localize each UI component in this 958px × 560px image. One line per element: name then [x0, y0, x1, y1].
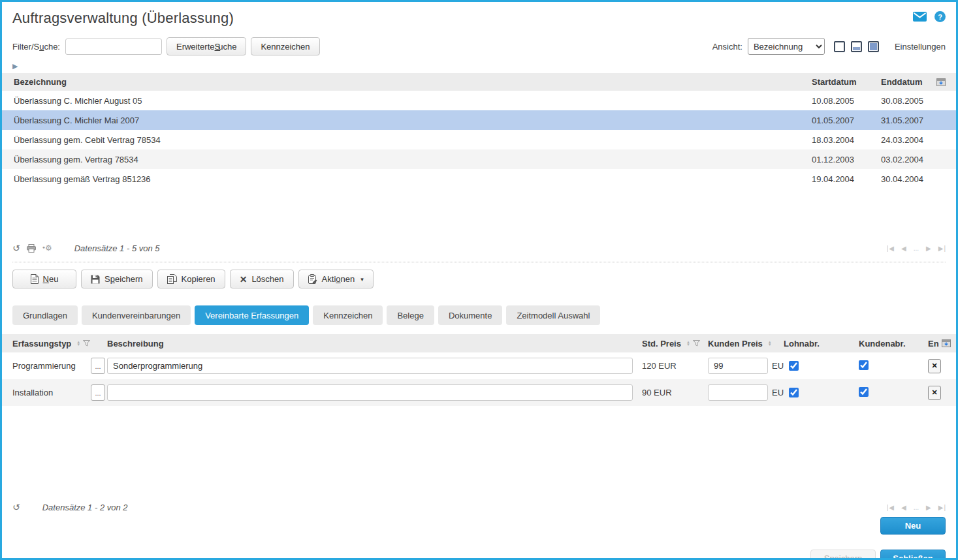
- pagination-prev-icon[interactable]: ◀: [901, 245, 906, 252]
- lohnabr-checkbox[interactable]: [789, 361, 799, 371]
- pagination-last-icon[interactable]: ▶: [938, 245, 946, 252]
- loeschen-button[interactable]: ✕ Löschen: [230, 270, 294, 288]
- column-settings-icon[interactable]: [942, 339, 951, 347]
- panel-expander-icon[interactable]: ▶: [12, 62, 956, 70]
- lookup-button[interactable]: ...: [91, 358, 105, 374]
- erfassung-row: Programmierung ... 120 EUR EU ✕: [2, 352, 956, 379]
- lookup-button[interactable]: ...: [91, 384, 105, 401]
- cell-bezeichnung: Überlassung C. Michler August 05: [2, 96, 800, 106]
- kunden-preis-input[interactable]: [708, 358, 768, 374]
- tab-vereinbarte-erfassungen[interactable]: Vereinbarte Erfassungen: [195, 305, 309, 325]
- delete-x-icon: ✕: [240, 274, 247, 285]
- beschreibung-input[interactable]: [107, 358, 633, 374]
- pagination-ellipsis: ...: [914, 245, 919, 252]
- table-row[interactable]: Überlassung C. Michler Mai 2007 01.05.20…: [2, 110, 956, 130]
- help-icon[interactable]: ?: [934, 11, 946, 22]
- save-icon: [91, 275, 100, 284]
- erweiterte-suche-button[interactable]: Erweiterte Suche: [167, 37, 246, 55]
- pagination-first-icon[interactable]: ◀: [887, 504, 894, 511]
- pagination-next-icon[interactable]: ▶: [926, 504, 931, 511]
- cell-startdatum: 18.03.2004: [800, 135, 869, 145]
- cell-bezeichnung: Überlassung C. Michler Mai 2007: [2, 116, 800, 125]
- kennzeichen-button[interactable]: Kennzeichen: [251, 37, 319, 55]
- cell-bezeichnung: Überlassung gem. Cebit Vertrag 78534: [2, 135, 800, 145]
- mail-icon[interactable]: [913, 12, 927, 22]
- cell-startdatum: 01.05.2007: [800, 116, 869, 125]
- pagination-next-icon[interactable]: ▶: [926, 245, 931, 252]
- filter-funnel-icon[interactable]: [693, 340, 700, 347]
- column-header-bezeichnung[interactable]: Bezeichnung: [2, 77, 800, 87]
- lohnabr-checkbox[interactable]: [789, 388, 799, 397]
- view-split-icon[interactable]: [851, 41, 862, 52]
- table-row[interactable]: Überlassung C. Michler August 05 10.08.2…: [2, 91, 956, 110]
- chevron-down-icon: ▾: [360, 276, 364, 283]
- column-header-en[interactable]: En: [928, 339, 946, 349]
- table-row[interactable]: Überlassung gem. Cebit Vertrag 78534 18.…: [2, 130, 956, 149]
- cell-bezeichnung: Überlassung gem. Vertrag 78534: [2, 155, 800, 164]
- pagination-prev-icon[interactable]: ◀: [901, 504, 906, 511]
- sort-desc-icon[interactable]: ▼: [76, 343, 80, 347]
- aktionen-button[interactable]: Aktionen ▾: [298, 270, 374, 288]
- search-input[interactable]: [65, 39, 162, 55]
- print-icon[interactable]: [27, 244, 36, 253]
- orders-table-header: Bezeichnung Startdatum Enddatum: [2, 73, 956, 91]
- cell-std-preis: 120 EUR: [642, 361, 708, 371]
- remove-row-button[interactable]: ✕: [928, 386, 941, 400]
- pagination-last-icon[interactable]: ▶: [938, 504, 946, 511]
- kundenabr-checkbox[interactable]: [859, 387, 869, 397]
- tab-kundenvereinbarungen[interactable]: Kundenvereinbarungen: [82, 305, 191, 325]
- export-settings-icon[interactable]: ●⚙: [42, 244, 52, 252]
- tab-belege[interactable]: Belege: [387, 305, 434, 325]
- cell-startdatum: 01.12.2003: [800, 155, 869, 164]
- column-header-std-preis[interactable]: Std. Preis ▲▼: [642, 339, 708, 349]
- column-header-kunden-preis[interactable]: Kunden Preis ▲▼: [708, 339, 772, 349]
- speichern-bottom-button[interactable]: Speichern: [810, 550, 876, 560]
- cell-bezeichnung: Überlassung gemäß Vertrag 851236: [2, 174, 800, 184]
- pagination-ellipsis: ...: [914, 504, 919, 511]
- kunden-preis-input[interactable]: [708, 384, 768, 401]
- refresh-icon[interactable]: ↺: [12, 503, 20, 512]
- kopieren-button[interactable]: Kopieren: [157, 270, 225, 288]
- refresh-icon[interactable]: ↺: [12, 243, 20, 253]
- column-header-kundenabr[interactable]: Kundenabr.: [859, 339, 928, 349]
- ansicht-select[interactable]: Bezeichnung: [748, 38, 825, 55]
- cell-startdatum: 10.08.2005: [800, 96, 869, 106]
- records-count: Datensätze 1 - 5 von 5: [74, 243, 160, 253]
- column-header-beschreibung[interactable]: Beschreibung: [107, 339, 642, 349]
- speichern-button[interactable]: Speichern: [81, 270, 153, 288]
- neu-erfassung-button[interactable]: Neu: [880, 517, 946, 535]
- table-row[interactable]: Überlassung gem. Vertrag 78534 01.12.200…: [2, 149, 956, 169]
- cell-erfassungstyp: Installation: [12, 388, 91, 397]
- cell-startdatum: 19.04.2004: [800, 174, 869, 184]
- schliessen-button[interactable]: Schließen: [880, 550, 946, 560]
- filter-funnel-icon[interactable]: [83, 340, 90, 347]
- cell-enddatum: 31.05.2007: [869, 116, 931, 125]
- column-header-enddatum[interactable]: Enddatum: [869, 77, 931, 87]
- column-header-lohnabr[interactable]: Lohnabr.: [772, 339, 859, 349]
- column-header-erfassungstyp[interactable]: Erfassungstyp ▲▼: [12, 339, 91, 349]
- pagination: ◀ ◀ ... ▶ ▶: [887, 245, 946, 252]
- tab-grundlagen[interactable]: Grundlagen: [12, 305, 78, 325]
- tab-kennzeichen[interactable]: Kennzeichen: [313, 305, 383, 325]
- currency-label: EU: [772, 361, 784, 371]
- view-detail-icon[interactable]: [868, 41, 879, 52]
- cell-enddatum: 30.08.2005: [869, 96, 931, 106]
- column-header-startdatum[interactable]: Startdatum: [800, 77, 869, 87]
- toolbar: Neu Speichern Kopieren ✕ Löschen Aktione…: [2, 262, 956, 288]
- pagination: ◀ ◀ ... ▶ ▶: [887, 504, 946, 511]
- table-row[interactable]: Überlassung gemäß Vertrag 851236 19.04.2…: [2, 169, 956, 189]
- column-settings-icon[interactable]: [931, 78, 956, 86]
- currency-label: EU: [772, 388, 784, 397]
- view-list-icon[interactable]: [834, 41, 845, 52]
- tab-bar: Grundlagen Kundenvereinbarungen Vereinba…: [2, 288, 956, 325]
- pagination-first-icon[interactable]: ◀: [887, 245, 894, 252]
- erfassungen-table-header: Erfassungstyp ▲▼ Beschreibung Std. Preis…: [2, 334, 956, 352]
- neu-button[interactable]: Neu: [12, 270, 76, 288]
- beschreibung-input[interactable]: [107, 384, 633, 401]
- tab-zeitmodell-auswahl[interactable]: Zeitmodell Auswahl: [506, 305, 600, 325]
- remove-row-button[interactable]: ✕: [928, 359, 941, 373]
- einstellungen-link[interactable]: Einstellungen: [895, 42, 946, 52]
- tab-dokumente[interactable]: Dokumente: [438, 305, 502, 325]
- kundenabr-checkbox[interactable]: [859, 360, 869, 370]
- cell-enddatum: 24.03.2004: [869, 135, 931, 145]
